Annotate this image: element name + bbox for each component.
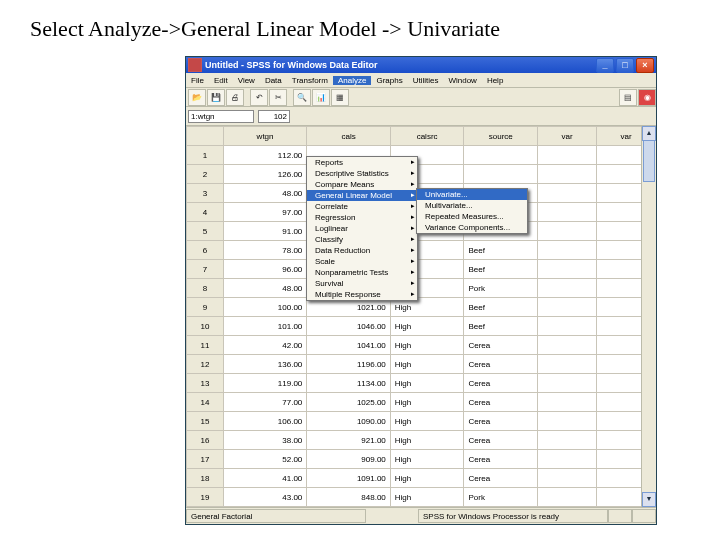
cell[interactable]: Cerea [464,336,538,355]
menu-item-nonparametric-tests[interactable]: Nonparametric Tests▸ [307,267,417,278]
value-labels-icon[interactable]: ▤ [619,89,637,106]
cell[interactable]: High [390,488,464,507]
row-number[interactable]: 7 [187,260,224,279]
cell[interactable]: Pork [464,279,538,298]
cell[interactable] [538,298,597,317]
cell[interactable]: 136.00 [223,355,306,374]
menu-item-multiple-response[interactable]: Multiple Response▸ [307,289,417,300]
cell[interactable]: High [390,393,464,412]
menu-utilities[interactable]: Utilities [408,76,444,85]
row-number[interactable]: 2 [187,165,224,184]
row-number[interactable]: 12 [187,355,224,374]
cell[interactable]: Cerea [464,374,538,393]
cell[interactable]: Beef [464,241,538,260]
cell[interactable] [464,165,538,184]
cell[interactable]: 1041.00 [307,336,390,355]
col-header[interactable]: source [464,127,538,146]
cell[interactable]: 112.00 [223,146,306,165]
table-row[interactable]: 796.00975.00HighBeef [187,260,656,279]
cell[interactable]: Beef [464,260,538,279]
cell[interactable]: Cerea [464,450,538,469]
table-row[interactable]: 848.00848.00HighPork [187,279,656,298]
cell[interactable]: 1196.00 [307,355,390,374]
table-row[interactable]: 9100.001021.00HighBeef [187,298,656,317]
vars-icon[interactable]: ▦ [331,89,349,106]
menu-item-regression[interactable]: Regression▸ [307,212,417,223]
cell[interactable] [538,184,597,203]
scroll-thumb[interactable] [643,140,655,182]
cell[interactable]: 97.00 [223,203,306,222]
minimize-button[interactable]: _ [596,58,614,73]
data-grid[interactable]: wtgncalscalsrcsourcevarvar 1112.002126.0… [186,126,656,507]
glm-submenu[interactable]: Univariate...Multivariate...Repeated Mea… [416,188,528,234]
col-header[interactable]: cals [307,127,390,146]
cell[interactable]: Beef [464,298,538,317]
active-cell-value[interactable]: 102 [258,110,290,123]
cell[interactable]: 1134.00 [307,374,390,393]
cell[interactable]: 100.00 [223,298,306,317]
menu-item-correlate[interactable]: Correlate▸ [307,201,417,212]
menu-data[interactable]: Data [260,76,287,85]
menu-item-reports[interactable]: Reports▸ [307,157,417,168]
cell[interactable]: 78.00 [223,241,306,260]
cell[interactable]: High [390,317,464,336]
cell[interactable] [538,488,597,507]
menu-transform[interactable]: Transform [287,76,333,85]
cell[interactable]: Cerea [464,431,538,450]
cell[interactable]: 42.00 [223,336,306,355]
table-row[interactable]: 1112.00 [187,146,656,165]
cell[interactable]: 41.00 [223,469,306,488]
row-number[interactable]: 17 [187,450,224,469]
table-row[interactable]: 10101.001046.00HighBeef [187,317,656,336]
cell[interactable]: 921.00 [307,431,390,450]
row-number[interactable]: 15 [187,412,224,431]
menu-item-data-reduction[interactable]: Data Reduction▸ [307,245,417,256]
print-icon[interactable]: 🖨 [226,89,244,106]
row-number[interactable]: 19 [187,488,224,507]
cell[interactable]: Pork [464,488,538,507]
col-header[interactable]: calsrc [390,127,464,146]
submenu-item-multivariate-[interactable]: Multivariate... [417,200,527,211]
save-icon[interactable]: 💾 [207,89,225,106]
table-row[interactable]: 2126.00 [187,165,656,184]
row-number[interactable]: 3 [187,184,224,203]
chart-icon[interactable]: 📊 [312,89,330,106]
table-row[interactable]: 1142.001041.00HighCerea [187,336,656,355]
row-number[interactable]: 13 [187,374,224,393]
row-number[interactable]: 8 [187,279,224,298]
cell[interactable] [464,146,538,165]
menu-view[interactable]: View [233,76,260,85]
table-row[interactable]: 1638.00921.00HighCerea [187,431,656,450]
menu-item-general-linear-model[interactable]: General Linear Model▸ [307,190,417,201]
cell[interactable] [538,203,597,222]
cell[interactable]: Cerea [464,355,538,374]
cell[interactable] [538,469,597,488]
cell[interactable]: 119.00 [223,374,306,393]
scroll-down-icon[interactable]: ▼ [642,492,656,507]
row-number[interactable]: 6 [187,241,224,260]
cell[interactable]: High [390,412,464,431]
cut-icon[interactable]: ✂ [269,89,287,106]
cell[interactable]: 1090.00 [307,412,390,431]
undo-icon[interactable]: ↶ [250,89,268,106]
table-row[interactable]: 1943.00848.00HighPork [187,488,656,507]
cell[interactable]: Cerea [464,469,538,488]
cell[interactable] [538,222,597,241]
row-number[interactable]: 11 [187,336,224,355]
sets-icon[interactable]: ◉ [638,89,656,106]
cell[interactable]: 1091.00 [307,469,390,488]
col-header[interactable]: wtgn [223,127,306,146]
close-button[interactable]: × [636,58,654,73]
menu-item-survival[interactable]: Survival▸ [307,278,417,289]
cell[interactable]: High [390,469,464,488]
cell[interactable]: 101.00 [223,317,306,336]
submenu-item-variance-components-[interactable]: Variance Components... [417,222,527,233]
menu-item-loglinear[interactable]: Loglinear▸ [307,223,417,234]
cell[interactable] [538,393,597,412]
table-row[interactable]: 1477.001025.00HighCerea [187,393,656,412]
table-row[interactable]: 13119.001134.00HighCerea [187,374,656,393]
table-row[interactable]: 12136.001196.00HighCerea [187,355,656,374]
row-number[interactable]: 16 [187,431,224,450]
table-row[interactable]: 1752.00909.00HighCerea [187,450,656,469]
cell[interactable] [538,355,597,374]
